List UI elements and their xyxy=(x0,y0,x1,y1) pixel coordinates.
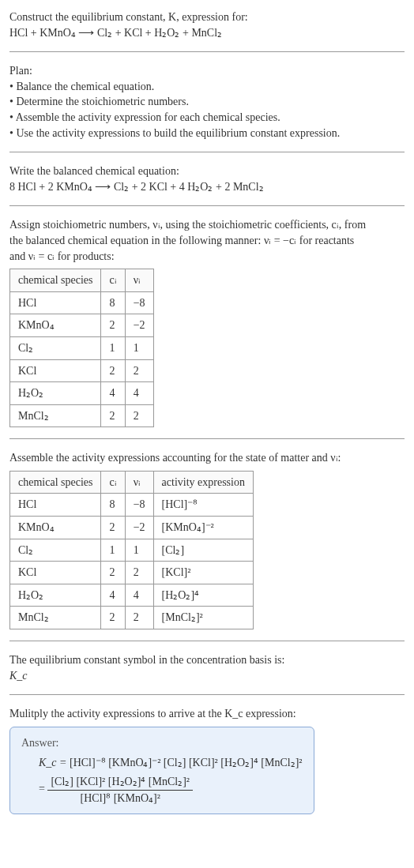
basis-line1: The equilibrium constant symbol in the c… xyxy=(9,652,405,668)
table-row: KCl22[KCl]² xyxy=(10,562,254,584)
cell-species: Cl₂ xyxy=(10,539,101,562)
cell-nui: 2 xyxy=(125,562,153,584)
stoich-text: Assign stoichiometric numbers, νᵢ, using… xyxy=(9,217,405,427)
answer-lhs: K_c = xyxy=(39,757,67,768)
cell-species: MnCl₂ xyxy=(10,607,101,629)
col-species: chemical species xyxy=(10,471,101,494)
answer-label: Answer: xyxy=(21,735,303,751)
prompt-heading: Construct the equilibrium constant, K, e… xyxy=(9,9,405,40)
balanced-block: Write the balanced chemical equation: 8 … xyxy=(9,163,405,194)
cell-species: H₂O₂ xyxy=(10,382,101,405)
cell-ci: 8 xyxy=(101,291,125,314)
cell-ci: 2 xyxy=(101,562,125,584)
cell-activity: [KMnO₄]⁻² xyxy=(153,517,253,539)
multiply-heading: Mulitply the activity expressions to arr… xyxy=(9,706,405,722)
cell-nui: 2 xyxy=(125,359,153,382)
cell-ci: 1 xyxy=(101,336,125,359)
cell-species: HCl xyxy=(10,494,101,517)
equals-text: = xyxy=(39,783,47,795)
col-nui: νᵢ xyxy=(125,471,153,494)
plan-block: Plan: • Balance the chemical equation. •… xyxy=(9,63,405,141)
activity-block: Assemble the activity expressions accoun… xyxy=(9,450,405,629)
answer-box: Answer: K_c = [HCl]⁻⁸ [KMnO₄]⁻² [Cl₂] [K… xyxy=(9,727,314,814)
cell-species: KCl xyxy=(10,359,101,382)
cell-ci: 1 xyxy=(101,539,125,562)
cell-species: Cl₂ xyxy=(10,336,101,359)
table-row: Cl₂11 xyxy=(10,336,154,359)
cell-ci: 2 xyxy=(101,517,125,539)
fraction-denominator: [HCl]⁸ [KMnO₄]² xyxy=(47,791,193,806)
plan-item: • Determine the stoichiometric numbers. xyxy=(9,94,405,110)
divider xyxy=(9,205,405,206)
cell-nui: 1 xyxy=(125,539,153,562)
cell-species: KMnO₄ xyxy=(10,517,101,539)
cell-activity: [H₂O₂]⁴ xyxy=(153,584,253,607)
cell-nui: 2 xyxy=(125,607,153,629)
table-row: H₂O₂44[H₂O₂]⁴ xyxy=(10,584,254,607)
basis-block: The equilibrium constant symbol in the c… xyxy=(9,652,405,683)
cell-ci: 2 xyxy=(101,359,125,382)
table-row: H₂O₂44 xyxy=(10,382,154,405)
cell-ci: 2 xyxy=(101,607,125,629)
table-row: KMnO₄2−2 xyxy=(10,314,154,337)
unbalanced-equation: HCl + KMnO₄ ⟶ Cl₂ + KCl + H₂O₂ + MnCl₂ xyxy=(9,25,405,41)
balanced-heading: Write the balanced chemical equation: xyxy=(9,163,405,179)
multiply-block: Mulitply the activity expressions to arr… xyxy=(9,706,405,814)
table-row: HCl8−8[HCl]⁻⁸ xyxy=(10,494,254,517)
col-nui: νᵢ xyxy=(125,269,153,292)
cell-nui: −2 xyxy=(125,314,153,337)
answer-eq-frac: = [Cl₂] [KCl]² [H₂O₂]⁴ [MnCl₂]² [HCl]⁸ [… xyxy=(39,774,303,806)
cell-activity: [MnCl₂]² xyxy=(153,607,253,629)
answer-eq-flat: K_c = [HCl]⁻⁸ [KMnO₄]⁻² [Cl₂] [KCl]² [H₂… xyxy=(39,755,303,771)
col-activity: activity expression xyxy=(153,471,253,494)
cell-species: KCl xyxy=(10,562,101,584)
plan-item: • Assemble the activity expression for e… xyxy=(9,110,405,126)
divider xyxy=(9,641,405,641)
answer-rhs-flat: [HCl]⁻⁸ [KMnO₄]⁻² [Cl₂] [KCl]² [H₂O₂]⁴ [… xyxy=(70,757,303,768)
cell-ci: 4 xyxy=(101,584,125,607)
answer-fraction: [Cl₂] [KCl]² [H₂O₂]⁴ [MnCl₂]² [HCl]⁸ [KM… xyxy=(47,774,193,806)
stoich-line: and νᵢ = cᵢ for products: xyxy=(9,249,405,265)
col-ci: cᵢ xyxy=(101,269,125,292)
cell-nui: 1 xyxy=(125,336,153,359)
table-row: HCl8−8 xyxy=(10,291,154,314)
table-row: KMnO₄2−2[KMnO₄]⁻² xyxy=(10,517,254,539)
stoich-line: Assign stoichiometric numbers, νᵢ, using… xyxy=(9,217,405,233)
cell-ci: 2 xyxy=(101,314,125,337)
cell-activity: [Cl₂] xyxy=(153,539,253,562)
plan-item: • Use the activity expressions to build … xyxy=(9,126,405,141)
cell-ci: 2 xyxy=(101,404,125,427)
cell-activity: [KCl]² xyxy=(153,562,253,584)
fraction-numerator: [Cl₂] [KCl]² [H₂O₂]⁴ [MnCl₂]² xyxy=(47,774,193,791)
plan-item: • Balance the chemical equation. xyxy=(9,79,405,95)
table-row: Cl₂11[Cl₂] xyxy=(10,539,254,562)
cell-activity: [HCl]⁻⁸ xyxy=(153,494,253,517)
table-row: KCl22 xyxy=(10,359,154,382)
stoich-table: chemical species cᵢ νᵢ HCl8−8 KMnO₄2−2 C… xyxy=(9,269,154,427)
cell-nui: 2 xyxy=(125,404,153,427)
table-row: MnCl₂22[MnCl₂]² xyxy=(10,607,254,629)
divider xyxy=(9,51,405,52)
stoich-line: the balanced chemical equation in the fo… xyxy=(9,233,405,249)
cell-ci: 4 xyxy=(101,382,125,405)
activity-heading: Assemble the activity expressions accoun… xyxy=(9,450,405,466)
cell-nui: −2 xyxy=(125,517,153,539)
plan-heading: Plan: xyxy=(9,63,405,79)
cell-nui: −8 xyxy=(125,494,153,517)
prompt-line1: Construct the equilibrium constant, K, e… xyxy=(9,9,405,25)
table-header-row: chemical species cᵢ νᵢ xyxy=(10,269,154,292)
activity-table: chemical species cᵢ νᵢ activity expressi… xyxy=(9,471,254,629)
cell-species: KMnO₄ xyxy=(10,314,101,337)
divider xyxy=(9,694,405,695)
divider xyxy=(9,438,405,439)
table-header-row: chemical species cᵢ νᵢ activity expressi… xyxy=(10,471,254,494)
table-row: MnCl₂22 xyxy=(10,404,154,427)
cell-nui: 4 xyxy=(125,382,153,405)
cell-species: HCl xyxy=(10,291,101,314)
divider xyxy=(9,152,405,152)
cell-nui: −8 xyxy=(125,291,153,314)
balanced-equation: 8 HCl + 2 KMnO₄ ⟶ Cl₂ + 2 KCl + 4 H₂O₂ +… xyxy=(9,179,405,195)
col-ci: cᵢ xyxy=(101,471,125,494)
cell-nui: 4 xyxy=(125,584,153,607)
col-species: chemical species xyxy=(10,269,101,292)
